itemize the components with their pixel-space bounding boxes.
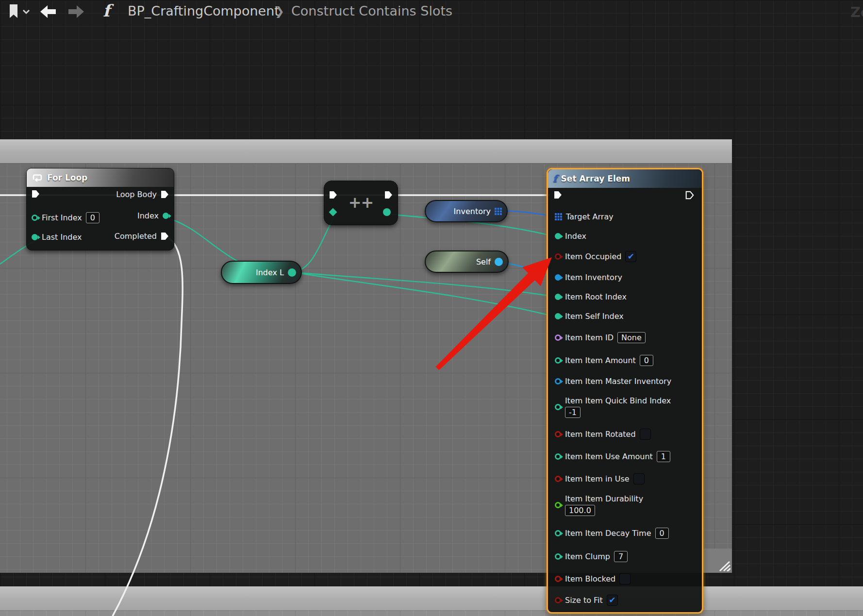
item-item-amount-input[interactable]: 0 [640, 355, 653, 366]
item-inventory-pin-icon[interactable] [555, 274, 561, 281]
node-get-inventory[interactable]: Inventory [425, 200, 508, 222]
pin-row-item-item-amount[interactable]: Item Item Amount0 [555, 350, 653, 370]
item-item-durability-pin-icon[interactable] [555, 502, 561, 508]
pin-row-item-item-decay-time[interactable]: Item Item Decay Time0 [555, 523, 669, 543]
index-out-pin[interactable]: Index [137, 211, 169, 220]
item-item-use-amount-input[interactable]: 1 [657, 451, 670, 462]
int-pin-icon[interactable] [32, 234, 38, 240]
exec-in-pin[interactable] [554, 191, 562, 199]
pin-row-item-item-durability[interactable]: Item Item Durability100.0 [555, 489, 643, 520]
object-pin-icon[interactable] [495, 258, 503, 266]
first-index-input[interactable]: 0 [86, 212, 100, 223]
pin-label: Index [137, 211, 159, 220]
item-item-master-inventory-pin-icon[interactable] [555, 378, 561, 384]
node-for-loop[interactable]: For Loop Loop Body First Index 0 Index L… [26, 168, 174, 250]
item-item-amount-pin-icon[interactable] [555, 357, 561, 364]
resize-grip-icon[interactable] [718, 561, 730, 571]
function-icon: f [553, 173, 557, 184]
item-item-rotated-checkbox[interactable] [640, 429, 651, 440]
result-out-pin[interactable] [383, 208, 391, 216]
item-occupied-pin-icon[interactable] [555, 253, 561, 260]
exec-in-pin[interactable] [32, 190, 40, 198]
diamond-pin-icon[interactable] [329, 208, 337, 216]
comment-title-bar[interactable] [0, 139, 732, 164]
exec-pin-icon[interactable] [329, 191, 337, 199]
item-item-decay-time-pin-icon[interactable] [555, 530, 561, 536]
variable-label: Index L [256, 268, 284, 277]
for-loop-header[interactable]: For Loop [27, 168, 174, 187]
pin-row-item-occupied[interactable]: Item Occupied✔ [555, 247, 636, 266]
exec-out-pin[interactable] [384, 191, 393, 199]
item-item-quick-bind-index-input[interactable]: -1 [565, 407, 581, 418]
pin-row-size-to-fit[interactable]: Size to Fit✔ [555, 590, 618, 610]
array-pin-icon[interactable] [555, 213, 562, 220]
item-item-rotated-pin-icon[interactable] [555, 431, 561, 437]
node-get-index-l[interactable]: Index L [221, 261, 302, 284]
completed-pin[interactable]: Completed [115, 232, 169, 241]
pin-row-item-item-use-amount[interactable]: Item Item Use Amount1 [555, 447, 670, 466]
item-item-id-input[interactable]: None [617, 332, 646, 343]
int-pin-icon[interactable] [288, 268, 296, 277]
item-blocked-pin-icon[interactable] [555, 576, 561, 582]
comment-resize-corner[interactable] [702, 549, 732, 573]
int-pin-icon[interactable] [383, 208, 391, 216]
set-array-elem-header[interactable]: f Set Array Elem [548, 169, 702, 188]
bookmark-icon[interactable] [9, 4, 31, 19]
int-pin-icon[interactable] [163, 213, 169, 219]
item-clump-pin-icon[interactable] [555, 553, 561, 560]
exec-pin-icon[interactable] [161, 232, 169, 240]
item-item-in-use-checkbox[interactable] [633, 473, 645, 484]
item-self-index-pin-icon[interactable] [555, 313, 561, 319]
breadcrumb-current[interactable]: Construct Contains Slots [291, 3, 452, 18]
node-increment[interactable]: ++ [324, 181, 398, 225]
comment-title-bar[interactable] [0, 586, 863, 611]
item-item-in-use-pin-icon[interactable] [555, 476, 561, 482]
item-clump-input[interactable]: 7 [614, 551, 628, 562]
size-to-fit-pin-icon[interactable] [555, 597, 561, 603]
item-item-decay-time-input[interactable]: 0 [655, 528, 669, 539]
item-item-use-amount-pin-icon[interactable] [555, 453, 561, 460]
pin-row-item-self-index[interactable]: Item Self Index [555, 306, 624, 326]
item-item-id-pin-icon[interactable] [555, 334, 561, 341]
function-icon: f [103, 1, 110, 20]
pin-row-index[interactable]: Index [555, 226, 586, 246]
node-set-array-elem[interactable]: f Set Array Elem Target ArrayIndexItem O… [547, 168, 703, 614]
pin-row-item-item-quick-bind-index[interactable]: Item Item Quick Bind Index-1 [555, 391, 671, 422]
pin-row-item-blocked[interactable]: Item Blocked [555, 569, 631, 588]
last-index-pin[interactable]: Last Index [32, 233, 82, 242]
pin-row-item-clump[interactable]: Item Clump7 [555, 547, 628, 566]
value-ref-pin[interactable] [330, 209, 336, 215]
item-occupied-checkbox[interactable]: ✔ [625, 251, 636, 262]
pin-label: Last Index [42, 233, 82, 242]
forward-button[interactable] [68, 5, 84, 18]
breadcrumb-root[interactable]: BP_CraftingComponent [128, 3, 280, 18]
pin-row-item-root-index[interactable]: Item Root Index [555, 287, 627, 306]
item-blocked-checkbox[interactable] [619, 573, 631, 584]
exec-pin-icon[interactable] [161, 190, 169, 199]
node-get-self[interactable]: Self [425, 250, 509, 273]
array-pin-icon[interactable] [495, 208, 502, 215]
loop-body-pin[interactable]: Loop Body [116, 190, 169, 199]
pin-row-item-item-in-use[interactable]: Item Item in Use [555, 469, 645, 488]
exec-in-pin[interactable] [329, 191, 337, 199]
index-pin-icon[interactable] [555, 233, 561, 239]
pin-label: Item Clump [565, 552, 610, 561]
exec-pin-icon[interactable] [554, 191, 562, 199]
exec-pin-icon[interactable] [32, 190, 40, 198]
first-index-pin[interactable]: First Index 0 [32, 212, 100, 223]
comment-box-bottom[interactable] [0, 586, 863, 616]
exec-out-pin[interactable] [685, 191, 694, 200]
pin-row-target-array[interactable]: Target Array [555, 207, 614, 226]
pin-row-item-item-master-inventory[interactable]: Item Item Master Inventory [555, 371, 671, 391]
back-button[interactable] [40, 5, 56, 18]
int-pin-icon[interactable] [32, 215, 38, 221]
item-item-durability-input[interactable]: 100.0 [565, 505, 595, 516]
pin-row-item-item-rotated[interactable]: Item Item Rotated [555, 424, 651, 444]
pin-row-item-item-id[interactable]: Item Item IDNone [555, 328, 646, 347]
exec-pin-icon[interactable] [384, 191, 393, 199]
pin-row-item-inventory[interactable]: Item Inventory [555, 267, 622, 287]
item-item-quick-bind-index-pin-icon[interactable] [555, 404, 561, 410]
exec-pin-icon[interactable] [685, 191, 694, 200]
size-to-fit-checkbox[interactable]: ✔ [607, 595, 618, 606]
item-root-index-pin-icon[interactable] [555, 294, 561, 300]
